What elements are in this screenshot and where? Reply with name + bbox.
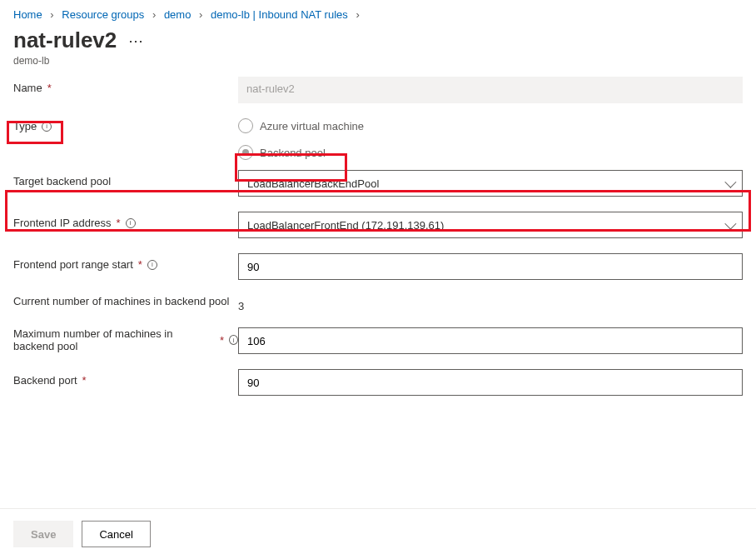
- port-start-label: Frontend port range start* i: [13, 253, 238, 271]
- info-icon[interactable]: i: [147, 260, 157, 270]
- backend-port-input[interactable]: [238, 369, 743, 396]
- name-label: Name*: [13, 77, 238, 94]
- max-machines-label: Maximum number of machines in backend po…: [13, 327, 238, 352]
- backend-port-label: Backend port*: [13, 369, 238, 387]
- cancel-button[interactable]: Cancel: [82, 521, 150, 547]
- breadcrumb-nat-rules[interactable]: demo-lb | Inbound NAT rules: [211, 8, 348, 21]
- target-backend-label: Target backend pool: [13, 170, 238, 187]
- page-title: nat-rulev2: [13, 27, 117, 53]
- page-subtitle: demo-lb: [0, 55, 756, 77]
- breadcrumb: Home › Resource groups › demo › demo-lb …: [0, 0, 756, 24]
- chevron-right-icon: ›: [45, 8, 58, 21]
- max-machines-input[interactable]: [238, 327, 743, 354]
- radio-azure-vm[interactable]: [238, 118, 253, 133]
- radio-azure-vm-label: Azure virtual machine: [260, 120, 364, 132]
- chevron-right-icon: ›: [351, 8, 364, 21]
- current-machines-label: Current number of machines in backend po…: [13, 295, 238, 307]
- more-icon[interactable]: ⋯: [128, 32, 144, 50]
- chevron-down-icon: [724, 218, 736, 230]
- port-start-input[interactable]: [238, 253, 743, 280]
- footer: Save Cancel: [0, 508, 756, 559]
- info-icon[interactable]: i: [126, 218, 136, 228]
- breadcrumb-home[interactable]: Home: [13, 8, 42, 21]
- type-label: Type i: [13, 118, 238, 132]
- name-field: nat-rulev2: [238, 77, 743, 103]
- breadcrumb-demo[interactable]: demo: [164, 8, 191, 21]
- chevron-right-icon: ›: [147, 8, 161, 21]
- radio-backend-pool-label: Backend pool: [260, 147, 326, 159]
- radio-backend-pool[interactable]: [238, 145, 253, 160]
- chevron-down-icon: [724, 177, 736, 188]
- target-backend-select[interactable]: LoadBalancerBackEndPool: [238, 170, 743, 197]
- frontend-ip-value: LoadBalancerFrontEnd (172.191.139.61): [247, 219, 444, 232]
- save-button[interactable]: Save: [13, 521, 73, 547]
- frontend-ip-select[interactable]: LoadBalancerFrontEnd (172.191.139.61): [238, 212, 743, 238]
- info-icon[interactable]: i: [229, 335, 238, 345]
- chevron-right-icon: ›: [194, 8, 207, 21]
- frontend-ip-label: Frontend IP address* i: [13, 212, 238, 229]
- breadcrumb-resource-groups[interactable]: Resource groups: [62, 8, 144, 21]
- current-machines-value: 3: [238, 295, 743, 312]
- target-backend-value: LoadBalancerBackEndPool: [247, 177, 379, 190]
- info-icon[interactable]: i: [42, 122, 52, 132]
